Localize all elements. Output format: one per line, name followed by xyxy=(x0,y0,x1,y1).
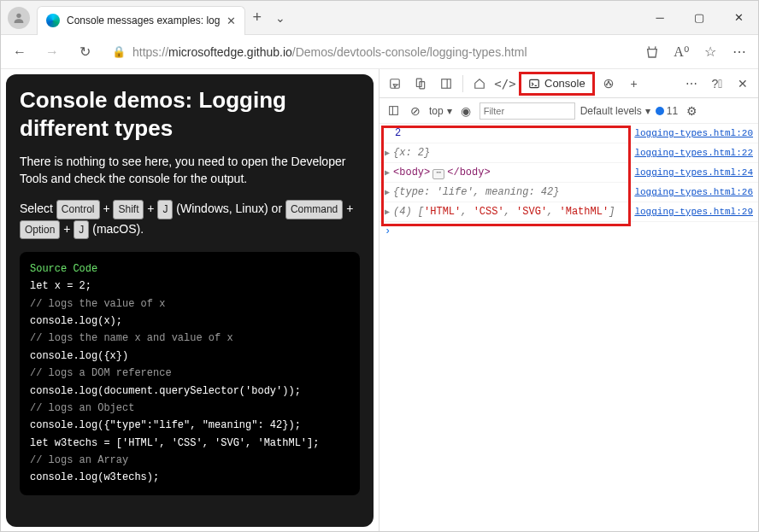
tab-actions-icon[interactable]: ⌄ xyxy=(275,11,285,25)
log-source-link[interactable]: logging-types.html:20 xyxy=(634,128,753,138)
back-button[interactable]: ← xyxy=(6,38,33,66)
log-source-link[interactable]: logging-types.html:24 xyxy=(634,167,753,178)
refresh-button[interactable]: ↻ xyxy=(71,38,98,66)
svg-rect-4 xyxy=(442,79,451,88)
dock-icon[interactable] xyxy=(434,72,458,96)
source-code-block: Source Code let x = 2; // logs the value… xyxy=(20,252,360,495)
log-value: 2 xyxy=(395,127,401,139)
profile-avatar[interactable] xyxy=(8,7,30,29)
keyboard-instructions: Select Control + Shift + J (Windows, Lin… xyxy=(20,199,360,240)
context-selector[interactable]: top▾ xyxy=(429,105,452,117)
kbd-command: Command xyxy=(285,200,343,219)
device-icon[interactable] xyxy=(409,72,432,96)
browser-tab[interactable]: Console messages examples: log ✕ xyxy=(37,6,245,35)
console-tab-label: Console xyxy=(544,77,585,90)
kbd-shift: Shift xyxy=(113,200,144,219)
inspect-icon[interactable] xyxy=(383,72,407,96)
close-tab-icon[interactable]: ✕ xyxy=(227,15,236,27)
expand-icon[interactable]: ▶ xyxy=(385,187,390,197)
kbd-control: Control xyxy=(56,200,100,219)
svg-point-0 xyxy=(16,13,21,17)
more-tabs-icon[interactable]: + xyxy=(622,72,646,96)
log-row[interactable]: ▶ {x: 2} logging-types.html:22 xyxy=(380,143,758,163)
expand-icon[interactable]: ▶ xyxy=(385,148,390,158)
live-expression-icon[interactable]: ◉ xyxy=(457,99,474,123)
console-prompt[interactable]: › xyxy=(380,222,758,241)
devtools-panel: </> Console + ⋯ ?⃝ ✕ ⊘ top▾ ◉ Default le… xyxy=(379,69,758,532)
log-source-link[interactable]: logging-types.html:22 xyxy=(634,148,753,158)
svg-rect-6 xyxy=(530,79,539,87)
kbd-option: Option xyxy=(20,220,60,239)
expand-icon[interactable]: ▶ xyxy=(385,207,390,217)
expand-icon[interactable]: ▶ xyxy=(385,167,390,178)
console-icon xyxy=(528,78,540,90)
rendered-page: Console demos: Logging different types T… xyxy=(6,74,374,527)
console-tab[interactable]: Console xyxy=(519,72,595,96)
help-icon[interactable]: ?⃝ xyxy=(705,72,729,96)
read-aloud-icon[interactable]: A⁰ xyxy=(668,38,695,66)
sources-tab-icon[interactable] xyxy=(597,72,621,96)
edge-icon xyxy=(46,14,60,27)
clear-console-icon[interactable]: ⊘ xyxy=(407,99,424,123)
log-row[interactable]: ▶ <body>⋯</body> logging-types.html:24 xyxy=(380,163,758,183)
console-settings-icon[interactable]: ⚙ xyxy=(683,99,700,123)
ellipsis-icon[interactable]: ⋯ xyxy=(432,169,444,179)
console-log-area: 2 logging-types.html:20 ▶ {x: 2} logging… xyxy=(380,124,758,532)
more-tools-icon[interactable]: ⋯ xyxy=(680,72,703,96)
window-maximize-button[interactable]: ▢ xyxy=(680,1,719,35)
window-minimize-button[interactable]: ─ xyxy=(640,1,680,35)
tab-title: Console messages examples: log xyxy=(67,15,220,26)
kbd-j: J xyxy=(157,200,173,219)
devtools-tabs: </> Console + ⋯ ?⃝ ✕ xyxy=(380,69,758,98)
log-row[interactable]: 2 logging-types.html:20 xyxy=(380,124,758,143)
shopping-icon[interactable] xyxy=(638,38,666,66)
log-row[interactable]: ▶ (4) ['HTML', 'CSS', 'SVG', 'MathML'] l… xyxy=(380,202,758,222)
console-toolbar: ⊘ top▾ ◉ Default levels▾ 11 ⚙ xyxy=(380,98,758,124)
window-close-button[interactable]: ✕ xyxy=(719,1,758,35)
site-info-icon[interactable]: 🔒 xyxy=(112,45,126,58)
prompt-icon: › xyxy=(385,225,391,237)
svg-rect-13 xyxy=(389,107,397,115)
page-title: Console demos: Logging different types xyxy=(20,86,360,142)
kbd-j2: J xyxy=(74,220,89,239)
log-levels-selector[interactable]: Default levels▾ xyxy=(580,105,650,117)
code-title: Source Code xyxy=(30,260,350,278)
url-bar: ← → ↻ 🔒 https://microsoftedge.github.io/… xyxy=(1,35,758,69)
url-text: https://microsoftedge.github.io/Demos/de… xyxy=(132,45,527,59)
issues-badge[interactable]: 11 xyxy=(656,105,678,117)
elements-tab-icon[interactable]: </> xyxy=(493,72,517,96)
forward-button[interactable]: → xyxy=(38,38,66,66)
welcome-tab-icon[interactable] xyxy=(468,72,491,96)
address-field[interactable]: 🔒 https://microsoftedge.github.io/Demos/… xyxy=(103,39,633,65)
log-source-link[interactable]: logging-types.html:29 xyxy=(634,207,753,217)
log-row[interactable]: ▶ {type: 'life', meaning: 42} logging-ty… xyxy=(380,183,758,202)
toggle-drawer-icon[interactable] xyxy=(385,99,402,123)
window-titlebar: Console messages examples: log ✕ + ⌄ ─ ▢… xyxy=(1,1,758,35)
log-value: (4) ['HTML', 'CSS', 'SVG', 'MathML'] xyxy=(393,206,615,218)
new-tab-button[interactable]: + xyxy=(252,9,262,26)
close-devtools-icon[interactable]: ✕ xyxy=(731,72,755,96)
svg-line-12 xyxy=(609,82,610,84)
log-value: {type: 'life', meaning: 42} xyxy=(393,186,559,198)
log-source-link[interactable]: logging-types.html:26 xyxy=(634,187,753,197)
filter-input[interactable] xyxy=(480,102,575,120)
log-value: {x: 2} xyxy=(393,147,430,159)
log-value: <body>⋯</body> xyxy=(393,167,491,179)
favorites-icon[interactable]: ☆ xyxy=(697,38,724,66)
page-intro: There is nothing to see here, you need t… xyxy=(20,154,360,187)
menu-icon[interactable]: ⋯ xyxy=(726,38,753,66)
issues-dot-icon xyxy=(656,107,664,115)
